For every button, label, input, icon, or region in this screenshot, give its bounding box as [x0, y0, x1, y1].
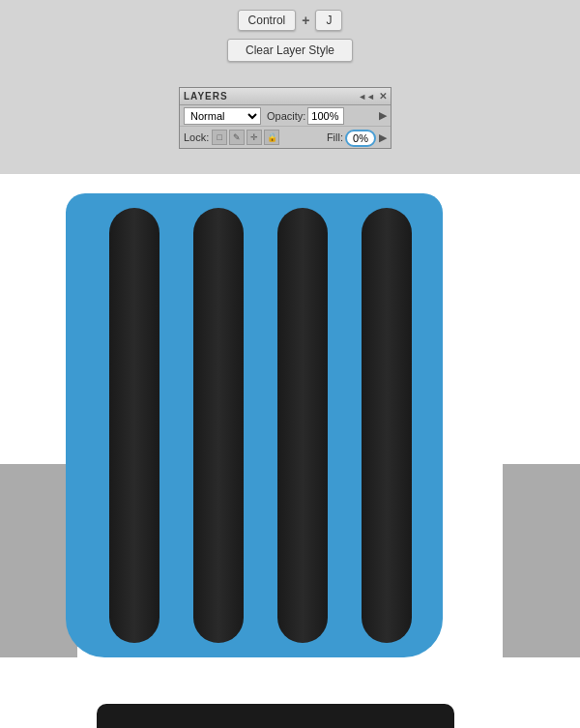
- trash-bar-3: [277, 208, 328, 643]
- lock-fill-row: Lock: □ ✎ ✛ 🔒 Fill: ▶: [180, 127, 391, 148]
- canvas-area: [0, 174, 580, 728]
- lock-transparent-icon[interactable]: □: [212, 130, 227, 145]
- layers-panel-titlebar: LAYERS ◄◄ ✕: [180, 88, 391, 105]
- lock-image-icon[interactable]: ✎: [229, 130, 245, 145]
- blend-opacity-row: Normal Dissolve Multiply Screen Overlay …: [180, 105, 391, 127]
- j-key-button[interactable]: J: [315, 10, 342, 31]
- plus-icon: +: [302, 13, 309, 28]
- trash-bar-2: [193, 208, 244, 643]
- layers-panel: LAYERS ◄◄ ✕ Normal Dissolve Multiply Scr…: [179, 87, 392, 149]
- fill-arrow-button[interactable]: ▶: [379, 131, 387, 144]
- fill-label: Fill:: [327, 131, 343, 143]
- keyboard-shortcut-row: Control + J: [238, 10, 343, 31]
- lock-label: Lock:: [184, 131, 209, 143]
- panel-close-button[interactable]: ✕: [379, 91, 387, 102]
- canvas-content: [0, 174, 580, 728]
- trash-can-base: [97, 704, 454, 728]
- lock-position-icon[interactable]: ✛: [246, 130, 262, 145]
- right-shadow: [503, 464, 580, 657]
- trash-bar-1: [109, 208, 160, 643]
- lock-icons-group: □ ✎ ✛ 🔒: [212, 130, 279, 145]
- lock-all-icon[interactable]: 🔒: [264, 130, 279, 145]
- layers-panel-title: LAYERS: [184, 91, 228, 102]
- trash-bar-4: [362, 208, 412, 643]
- trash-can-body: [66, 193, 443, 657]
- toolbar: Control + J Clear Layer Style: [0, 0, 580, 70]
- opacity-input[interactable]: [307, 107, 344, 125]
- panel-collapse-button[interactable]: ◄◄: [356, 92, 377, 102]
- opacity-label: Opacity:: [267, 110, 305, 122]
- control-key-button[interactable]: Control: [238, 10, 297, 31]
- clear-layer-style-button[interactable]: Clear Layer Style: [227, 39, 353, 62]
- blend-mode-select[interactable]: Normal Dissolve Multiply Screen Overlay: [184, 107, 261, 125]
- fill-value-container: [345, 129, 376, 147]
- fill-input[interactable]: [345, 130, 376, 147]
- opacity-arrow-button[interactable]: ▶: [379, 109, 387, 122]
- panel-controls: ◄◄ ✕: [356, 91, 387, 102]
